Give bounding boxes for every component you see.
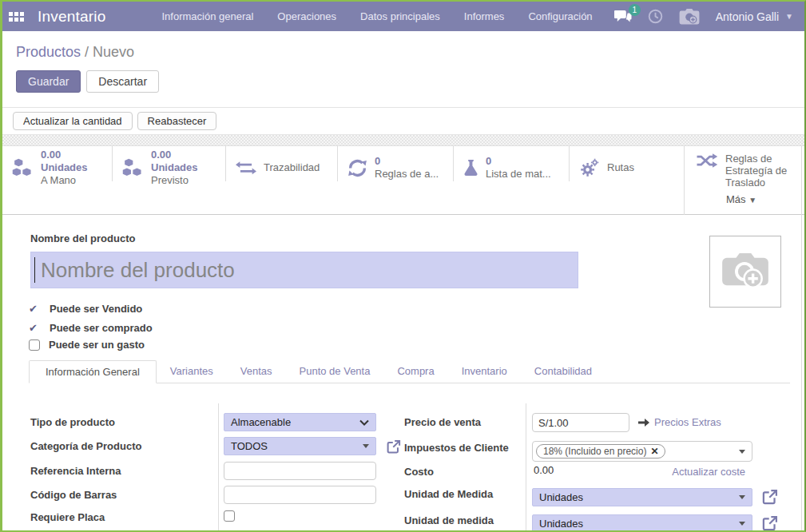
notebook-tabs: Información General Variantes Ventas Pun… bbox=[29, 360, 790, 383]
right-arrow-icon bbox=[638, 418, 649, 427]
tab-inventario[interactable]: Inventario bbox=[448, 360, 521, 383]
sheet-right-border bbox=[801, 146, 802, 530]
form-sheet: 0.00 Unidades A Mano 0.00 Unidades Previ… bbox=[2, 146, 804, 530]
refresh-icon bbox=[347, 158, 367, 178]
category-external-link-icon[interactable] bbox=[386, 439, 401, 455]
menu-operaciones[interactable]: Operaciones bbox=[277, 10, 336, 22]
product-category-value: TODOS bbox=[231, 440, 363, 452]
customer-taxes-field[interactable]: 18% (Incluido en precio) ✕ bbox=[532, 441, 752, 462]
barcode-label: Código de Barras bbox=[30, 486, 117, 504]
grid-icon bbox=[9, 12, 24, 22]
camera-avatar-icon bbox=[679, 8, 700, 25]
product-category-select[interactable]: TODOS bbox=[224, 437, 376, 455]
purchase-uom-value: Unidades bbox=[539, 518, 739, 530]
app-title[interactable]: Inventario bbox=[38, 8, 105, 26]
purchase-uom-select[interactable]: Unidades bbox=[532, 514, 752, 532]
stat-button-on-hand[interactable]: 0.00 Unidades A Mano bbox=[2, 146, 113, 181]
menu-datos-principales[interactable]: Datos principales bbox=[360, 10, 440, 22]
can-be-purchased-row: ✔ Puede ser comprado bbox=[29, 322, 153, 334]
requires-plate-checkbox[interactable] bbox=[224, 510, 235, 522]
internal-reference-input[interactable] bbox=[224, 462, 376, 480]
caret-down-icon bbox=[739, 450, 745, 454]
tab-variantes[interactable]: Variantes bbox=[157, 360, 227, 383]
tab-punto-de-venta[interactable]: Punto de Venta bbox=[286, 360, 384, 383]
user-avatar[interactable] bbox=[679, 8, 700, 25]
can-be-expensed-row: Puede ser un gasto bbox=[29, 339, 145, 351]
caret-down-icon: ▼ bbox=[748, 196, 756, 204]
messages-badge: 1 bbox=[629, 4, 641, 16]
can-be-purchased-label: Puede ser comprado bbox=[50, 322, 153, 334]
unchecked-checkbox[interactable] bbox=[29, 339, 40, 351]
chevron-down-icon bbox=[359, 419, 369, 426]
tax-tag-label: 18% (Incluido en precio) bbox=[543, 446, 646, 457]
record-actions: Guardar Descartar bbox=[2, 61, 804, 93]
replenish-button[interactable]: Reabastecer bbox=[137, 112, 217, 130]
control-panel: Productos / Nuevo Guardar Descartar Actu… bbox=[2, 31, 804, 135]
apps-menu-icon[interactable] bbox=[2, 12, 30, 22]
stat-button-putaway-rules[interactable]: Reglas de Estrategía de Traslado Más ▼ bbox=[684, 146, 800, 215]
messages-icon[interactable]: 1 bbox=[614, 10, 632, 23]
tax-tag: 18% (Incluido en precio) ✕ bbox=[536, 444, 665, 459]
stat-label: Lista de mat... bbox=[486, 168, 551, 181]
cubes-icon bbox=[12, 158, 34, 177]
checked-checkbox-icon[interactable]: ✔ bbox=[29, 303, 41, 315]
menu-informacion-general[interactable]: Información general bbox=[161, 10, 253, 22]
product-image-upload[interactable] bbox=[709, 236, 781, 308]
save-button[interactable]: Guardar bbox=[16, 70, 81, 93]
sale-price-input[interactable] bbox=[532, 413, 629, 432]
tab-compra[interactable]: Compra bbox=[383, 360, 447, 383]
uom-external-link-icon[interactable] bbox=[761, 489, 778, 506]
requires-plate-label: Requiere Placa bbox=[30, 508, 105, 526]
product-type-label: Tipo de producto bbox=[30, 413, 115, 431]
can-be-sold-label: Puede ser Vendido bbox=[50, 303, 142, 315]
stat-label: A Mano bbox=[41, 174, 107, 187]
remove-tag-icon[interactable]: ✕ bbox=[650, 446, 658, 457]
stat-label: Reglas de Estrategía de Traslado bbox=[725, 153, 797, 189]
product-name-input[interactable] bbox=[30, 252, 578, 288]
extra-prices-link[interactable]: Precios Extras bbox=[654, 416, 721, 428]
discard-button[interactable]: Descartar bbox=[86, 70, 159, 93]
cost-label: Costo bbox=[404, 463, 434, 481]
stat-button-reordering-rules[interactable]: 0 Reglas de a... bbox=[338, 146, 454, 181]
activity-clock-icon[interactable] bbox=[648, 9, 663, 24]
page-background-texture bbox=[2, 135, 804, 146]
stat-button-traceability[interactable]: Trazabilidad bbox=[226, 146, 338, 181]
menu-informes[interactable]: Informes bbox=[464, 10, 505, 22]
tab-informacion-general[interactable]: Información General bbox=[29, 360, 157, 383]
exchange-arrows-icon bbox=[236, 161, 256, 175]
breadcrumb-current: Nuevo bbox=[93, 44, 134, 60]
user-menu-caret-icon[interactable]: ▼ bbox=[785, 12, 793, 21]
more-dropdown[interactable]: Más ▼ bbox=[726, 193, 797, 205]
uom-label: Unidad de Medida bbox=[404, 485, 493, 503]
uom-select[interactable]: Unidades bbox=[532, 488, 752, 506]
update-quantity-button[interactable]: Actualizar la cantidad bbox=[13, 112, 133, 130]
tab-contabilidad[interactable]: Contabilidad bbox=[521, 360, 605, 383]
caret-down-icon bbox=[739, 495, 745, 499]
stat-value: 0 bbox=[486, 155, 551, 168]
stat-button-box: 0.00 Unidades A Mano 0.00 Unidades Previ… bbox=[2, 146, 804, 215]
customer-taxes-label: Impuestos de Cliente bbox=[404, 439, 509, 457]
internal-reference-label: Referencia Interna bbox=[30, 462, 121, 480]
control-panel-divider bbox=[2, 107, 804, 108]
shuffle-icon bbox=[696, 153, 718, 169]
main-menu: Información general Operaciones Datos pr… bbox=[161, 10, 592, 22]
flask-icon bbox=[463, 158, 478, 177]
purchase-uom-external-link-icon[interactable] bbox=[761, 515, 778, 532]
checked-checkbox-icon[interactable]: ✔ bbox=[29, 322, 41, 334]
update-cost-link[interactable]: Actualizar coste bbox=[672, 466, 745, 478]
stat-button-routes[interactable]: Rutas bbox=[570, 146, 684, 181]
object-buttons: Actualizar la cantidad Reabastecer bbox=[13, 112, 216, 130]
product-type-select[interactable]: Almacenable bbox=[224, 413, 376, 431]
barcode-input[interactable] bbox=[224, 486, 376, 504]
stat-button-forecasted[interactable]: 0.00 Unidades Previsto bbox=[113, 146, 226, 181]
stat-value: 0.00 Unidades bbox=[41, 149, 107, 175]
sale-price-label: Precio de venta bbox=[404, 413, 481, 431]
can-be-expensed-label: Puede ser un gasto bbox=[49, 339, 145, 351]
user-name[interactable]: Antonio Galli bbox=[716, 10, 779, 23]
breadcrumb-products-link[interactable]: Productos bbox=[16, 44, 81, 60]
menu-configuracion[interactable]: Configuración bbox=[528, 10, 592, 22]
stat-button-bom[interactable]: 0 Lista de mat... bbox=[454, 146, 570, 181]
breadcrumb: Productos / Nuevo bbox=[2, 31, 804, 61]
stat-value: 0.00 Unidades bbox=[151, 149, 220, 175]
tab-ventas[interactable]: Ventas bbox=[227, 360, 286, 383]
